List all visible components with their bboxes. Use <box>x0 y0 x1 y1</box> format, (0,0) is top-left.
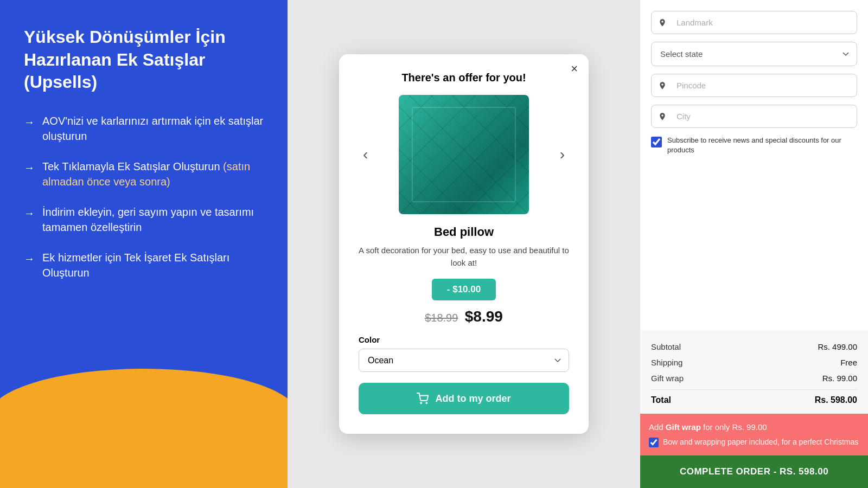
subtotal-row: Subtotal Rs. 499.00 <box>651 339 857 355</box>
giftwrap-label: Gift wrap <box>651 374 684 383</box>
shipping-row: Shipping Free <box>651 355 857 370</box>
next-button[interactable]: › <box>556 142 569 168</box>
pincode-input-group <box>651 74 857 97</box>
pincode-input[interactable] <box>672 74 857 97</box>
price-old: $18.99 <box>425 312 458 324</box>
add-to-order-button[interactable]: Add to my order <box>359 383 569 414</box>
left-panel: Yüksek Dönüşümler İçin Hazırlanan Ek Sat… <box>0 0 288 488</box>
subtotal-value: Rs. 499.00 <box>818 342 857 351</box>
price-row: $18.99 $8.99 <box>359 308 569 325</box>
discount-button[interactable]: - $10.00 <box>432 279 496 300</box>
giftwrap-row: Gift wrap Rs. 99.00 <box>651 370 857 386</box>
prev-button[interactable]: ‹ <box>359 142 372 168</box>
price-new: $8.99 <box>465 308 503 325</box>
modal-title: There's an offer for you! <box>359 72 569 84</box>
cart-icon <box>417 393 429 404</box>
color-select[interactable]: Ocean Blue Green Red <box>359 349 569 372</box>
total-row: Total Rs. 598.00 <box>651 389 857 405</box>
list-item-text: Tek Tıklamayla Ek Satışlar Oluşturun (sa… <box>42 159 264 189</box>
list-item: → AOV'nizi ve karlarınızı artırmak için … <box>24 113 264 144</box>
address-form: Select state Subscribe to receive news a… <box>640 0 868 330</box>
arrow-icon: → <box>24 114 35 130</box>
right-panel: Select state Subscribe to receive news a… <box>640 0 868 488</box>
gift-wrap-banner: Add Gift wrap for only Rs. 99.00 Bow and… <box>640 414 868 456</box>
add-to-order-label: Add to my order <box>435 393 510 404</box>
giftwrap-value: Rs. 99.00 <box>822 374 857 383</box>
product-image <box>399 95 529 214</box>
product-name: Bed pillow <box>359 225 569 239</box>
arrow-icon: → <box>24 206 35 221</box>
city-input-group <box>651 105 857 128</box>
close-button[interactable]: × <box>571 63 578 75</box>
gift-sub-text: Bow and wrapping paper included, for a p… <box>663 436 858 448</box>
location-icon <box>652 106 672 127</box>
upsell-modal: × There's an offer for you! ‹ › Bed pill… <box>339 54 589 434</box>
complete-order-button[interactable]: COMPLETE ORDER - Rs. 598.00 <box>640 455 868 488</box>
middle-panel: × There's an offer for you! ‹ › Bed pill… <box>288 0 640 488</box>
gift-sub-row: Bow and wrapping paper included, for a p… <box>649 436 859 448</box>
shipping-label: Shipping <box>651 358 682 367</box>
product-image-container: ‹ › <box>359 95 569 214</box>
subtotal-label: Subtotal <box>651 342 681 351</box>
location-icon <box>652 12 672 34</box>
list-item-text: Ek hizmetler için Tek İşaret Ek Satışlar… <box>42 250 264 280</box>
landmark-input[interactable] <box>672 11 857 34</box>
location-icon <box>652 75 672 97</box>
svg-point-1 <box>426 402 427 403</box>
landmark-input-group <box>651 11 857 34</box>
total-value: Rs. 598.00 <box>815 395 857 405</box>
state-select[interactable]: Select state <box>651 42 857 66</box>
arrow-icon: → <box>24 251 35 266</box>
color-label: Color <box>359 335 569 344</box>
total-label: Total <box>651 395 671 405</box>
list-item: → Tek Tıklamayla Ek Satışlar Oluşturun (… <box>24 159 264 189</box>
city-input[interactable] <box>672 105 857 127</box>
gift-checkbox[interactable] <box>649 438 659 447</box>
shipping-value: Free <box>840 358 857 367</box>
order-summary: Subtotal Rs. 499.00 Shipping Free Gift w… <box>640 330 868 414</box>
list-item: → İndirim ekleyin, geri sayım yapın ve t… <box>24 204 264 235</box>
discount-badge: - $10.00 <box>359 279 569 300</box>
svg-point-0 <box>421 402 422 403</box>
gift-wrap-main: Add Gift wrap for only Rs. 99.00 <box>649 421 859 434</box>
list-item-text: AOV'nizi ve karlarınızı artırmak için ek… <box>42 113 264 144</box>
arrow-icon: → <box>24 160 35 175</box>
subscribe-checkbox[interactable] <box>651 137 662 147</box>
list-item: → Ek hizmetler için Tek İşaret Ek Satışl… <box>24 250 264 280</box>
list-item-text: İndirim ekleyin, geri sayım yapın ve tas… <box>42 204 264 235</box>
left-title: Yüksek Dönüşümler İçin Hazırlanan Ek Sat… <box>24 26 264 94</box>
subscribe-text: Subscribe to receive news and special di… <box>667 136 857 155</box>
subscribe-row: Subscribe to receive news and special di… <box>651 136 857 155</box>
left-items-list: → AOV'nizi ve karlarınızı artırmak için … <box>24 113 264 280</box>
product-description: A soft decoration for your bed, easy to … <box>359 245 569 269</box>
